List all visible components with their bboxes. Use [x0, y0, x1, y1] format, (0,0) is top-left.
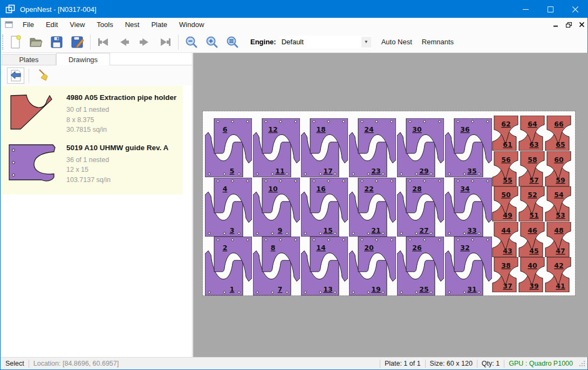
nest-tile[interactable]: 2625	[397, 237, 444, 295]
menu-view[interactable]: View	[64, 18, 91, 31]
nest-tile[interactable]: 3837	[492, 257, 518, 292]
menu-file[interactable]: File	[17, 18, 40, 31]
remnants-button[interactable]: Remnants	[417, 35, 459, 49]
minimize-button[interactable]	[513, 1, 538, 18]
status-gpu: GPU : Quadro P1000	[509, 360, 573, 367]
nest-tile[interactable]: 109	[253, 178, 300, 237]
part-number: 28	[412, 185, 421, 193]
resize-grip[interactable]	[578, 360, 586, 367]
new-button[interactable]	[6, 33, 25, 51]
part-number: 1	[230, 285, 235, 293]
nest-tile[interactable]: 2423	[349, 118, 396, 177]
part-number: 38	[501, 261, 510, 270]
nest-tile[interactable]: 4241	[545, 257, 571, 292]
nest-tile[interactable]: 6261	[492, 116, 518, 151]
nest-canvas[interactable]: 6543211211109871817161514132423222120193…	[193, 53, 588, 357]
status-separator	[380, 360, 380, 368]
nest-tile[interactable]: 65	[205, 118, 252, 177]
part-number: 30	[412, 125, 422, 133]
nest-tile[interactable]: 5655	[492, 151, 518, 186]
save-button[interactable]	[47, 33, 66, 51]
nest-tile[interactable]: 4039	[518, 257, 545, 292]
mdi-close-icon[interactable]	[579, 22, 584, 27]
menu-window[interactable]: Window	[173, 18, 210, 31]
nest-tile[interactable]: 3231	[445, 237, 492, 295]
open-folder-icon	[29, 36, 43, 48]
part-number: 63	[529, 140, 538, 149]
toolbar-separator	[29, 69, 29, 83]
maximize-button[interactable]	[538, 1, 563, 18]
part-number: 14	[316, 244, 326, 252]
zoom-fit-button[interactable]	[223, 33, 242, 51]
drawing-item[interactable]: 4980 A05 Extraction pipe holder 30 of 1 …	[1, 89, 183, 139]
mdi-minimize-icon[interactable]	[553, 22, 558, 27]
engine-label: Engine:	[250, 38, 276, 46]
save-as-button[interactable]	[68, 33, 86, 51]
nest-tile[interactable]: 6665	[545, 116, 571, 151]
drawing-nested-count: 36 of 1 nested	[66, 155, 168, 165]
close-icon	[572, 6, 578, 12]
nest-tile[interactable]: 5857	[518, 151, 545, 186]
nest-tile[interactable]: 43	[205, 178, 252, 237]
nest-tile[interactable]: 21	[205, 237, 252, 295]
nest-tile[interactable]: 6463	[518, 116, 545, 151]
zoom-out-button[interactable]	[182, 33, 201, 51]
zoom-in-button[interactable]	[203, 33, 221, 51]
previous-plate-button[interactable]	[115, 33, 133, 51]
nest-tile[interactable]: 5453	[545, 186, 571, 221]
part-number: 21	[371, 226, 380, 234]
tab-drawings[interactable]: Drawings	[56, 53, 110, 65]
last-arrow-icon	[158, 37, 172, 47]
nest-tile[interactable]: 5251	[518, 186, 545, 221]
nest-tile[interactable]: 2221	[349, 178, 396, 237]
part-number: 18	[316, 125, 325, 133]
nest-tile[interactable]: 1817	[301, 118, 348, 177]
mdi-window-buttons	[553, 18, 584, 31]
tab-plates[interactable]: Plates	[2, 54, 56, 65]
nest-tile[interactable]: 4847	[545, 222, 571, 257]
menu-tools[interactable]: Tools	[91, 18, 119, 31]
nest-tile[interactable]: 3029	[397, 118, 444, 177]
engine-dropdown[interactable]: Default ▼	[279, 36, 371, 49]
clear-drawings-button[interactable]	[36, 68, 53, 84]
main-toolbar: Engine: Default ▼ Auto Nest Remnants	[1, 31, 587, 53]
menu-bar: FileEditViewToolsNestPlateWindow	[1, 18, 587, 31]
nest-tile[interactable]: 1615	[301, 178, 348, 237]
nest-tile[interactable]: 3635	[445, 118, 492, 177]
nest-tile[interactable]: 3433	[445, 178, 492, 237]
nest-tile[interactable]: 5049	[492, 186, 518, 221]
part-number: 40	[528, 261, 537, 270]
nest-tile[interactable]: 2827	[397, 178, 444, 237]
part-number: 13	[323, 285, 332, 293]
nest-tile[interactable]: 4443	[492, 222, 518, 257]
part-number: 44	[501, 226, 511, 234]
part-number: 35	[467, 167, 476, 175]
drawing-item[interactable]: 5019 A10 UHMW guide Rev. A 36 of 1 neste…	[1, 139, 183, 190]
toolbar-grip[interactable]	[2, 35, 5, 50]
auto-nest-button[interactable]: Auto Nest	[377, 35, 417, 49]
nest-tile[interactable]: 87	[253, 237, 300, 295]
part-number: 50	[501, 191, 511, 199]
nest-tile[interactable]: 4645	[518, 222, 545, 257]
nest-tile[interactable]: 1211	[253, 118, 300, 177]
close-button[interactable]	[563, 1, 587, 18]
part-number: 9	[278, 226, 283, 234]
last-plate-button[interactable]	[156, 33, 174, 51]
part-number: 55	[503, 176, 512, 184]
part-number: 59	[556, 176, 565, 184]
nest-tile[interactable]: 1413	[301, 237, 348, 295]
menu-edit[interactable]: Edit	[40, 18, 64, 31]
nest-tile[interactable]: 6059	[545, 151, 571, 186]
menu-nest[interactable]: Nest	[119, 18, 146, 31]
drawing-nested-count: 30 of 1 nested	[66, 105, 176, 115]
mdi-restore-icon[interactable]	[566, 22, 572, 28]
open-button[interactable]	[27, 33, 45, 51]
first-plate-button[interactable]	[94, 33, 113, 51]
chevron-down-icon[interactable]: ▼	[361, 37, 371, 48]
return-parts-button[interactable]	[7, 68, 24, 84]
next-plate-button[interactable]	[135, 33, 154, 51]
part-number: 33	[467, 226, 476, 234]
part-number: 53	[556, 211, 565, 219]
nest-tile[interactable]: 2019	[349, 237, 396, 295]
menu-plate[interactable]: Plate	[145, 18, 173, 31]
